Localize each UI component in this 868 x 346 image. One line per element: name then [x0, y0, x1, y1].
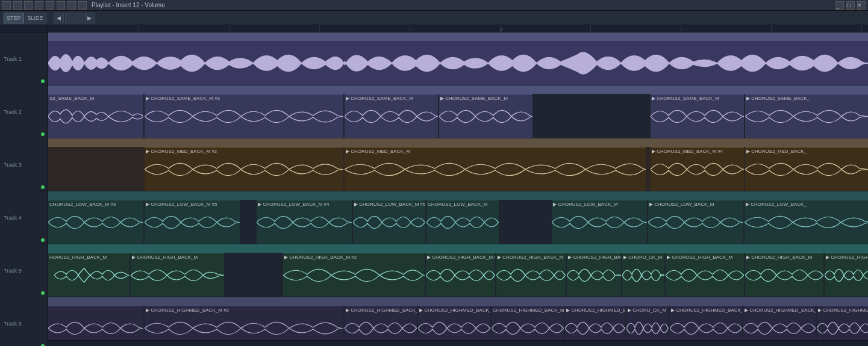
clip-track4-2[interactable]: ▶ CHORUS2_LOW_BACK_M #5 — [145, 200, 240, 244]
track2-header-bar — [48, 85, 868, 94]
clip-track4-6[interactable]: ▶ CHORUS2_LOW_BACK_M — [552, 200, 647, 244]
track-active-dot-5 — [41, 291, 45, 295]
track-row-4[interactable]: CHORUS2_LOW_BACK_M #3 ▶ CHORUS2_LOW_BACK… — [48, 191, 868, 244]
clip-label-track3-2: ▶ CHORUS2_MED_BACK_M — [346, 147, 410, 155]
minimize-button[interactable]: _ — [835, 1, 844, 10]
app-icon — [2, 1, 11, 10]
clip-label-track2-2: ▶ CHORUS2_SAME_BACK_M #3 — [146, 94, 220, 102]
clip-track6-7[interactable]: ▶ CHORU_CK_M — [626, 306, 669, 340]
clip-label-track2-4: ▶ CHORUS2_SAME_BACK_M — [440, 94, 508, 102]
clip-track2-3[interactable]: ▶ CHORUS2_SAME_BACK_M — [345, 94, 438, 138]
track-row-2[interactable]: S2_SAME_BACK_M ▶ CHORUS2_SAME_BACK_M #3 … — [48, 85, 868, 138]
waveform-t4-5 — [426, 208, 499, 236]
clip-track6-10[interactable]: ▶ CHORUS2_HIGHMED — [817, 306, 868, 340]
clip-track6-3[interactable]: ▶ CHORUS2_HIGHMED_BACK_M #4 — [345, 306, 417, 340]
nav-right-button[interactable]: ▶ — [84, 13, 95, 23]
clip-label-track6-5: CHORUS2_HIGHMED_BACK_M #5 — [493, 306, 564, 314]
clip-label-track6-9: ▶ CHORUS2_HIGHMED_BACK_M — [745, 306, 816, 314]
clip-track2-2[interactable]: ▶ CHORUS2_SAME_BACK_M #3 — [145, 94, 343, 138]
clip-label-track2-6: ▶ CHORUS2_SAME_BACK_ — [746, 94, 810, 102]
clip-track5-4[interactable]: ▶ CHORUS2_HIGH_BACK_M #3 — [426, 253, 495, 297]
clip-track2-1[interactable]: S2_SAME_BACK_M — [48, 94, 143, 138]
open-icon[interactable] — [24, 1, 33, 10]
waveform-t4-8 — [745, 208, 868, 236]
clip-track4-8[interactable]: ▶ CHORUS2_LOW_BACK_ — [745, 200, 868, 244]
clip-track6-1[interactable] — [48, 306, 143, 340]
clip-label-track4-4: ▶ CHORUS2_LOW_BACK_M #6 — [354, 200, 425, 208]
waveform-t2-4 — [439, 102, 532, 131]
waveform-t6-5 — [492, 314, 564, 340]
track-row-5[interactable]: HORUS2_HIGH_BACK_M ▶ CHORUS2_HIGH_BACK_M… — [48, 244, 868, 297]
waveform-t6-7 — [626, 314, 669, 340]
nav-left-button[interactable]: ◀ — [54, 13, 64, 23]
clip-track6-5[interactable]: CHORUS2_HIGHMED_BACK_M #5 — [492, 306, 564, 340]
clip-track6-4[interactable]: ▶ CHORUS2_HIGHMED_BACK_M #6 — [418, 306, 490, 340]
horizontal-scrollbar[interactable] — [48, 340, 868, 346]
waveform-t4-1 — [48, 208, 143, 236]
clip-track5-5[interactable]: ▶ CHORUS2_HIGH_BACK_M — [496, 253, 566, 297]
waveform-t2-1 — [48, 102, 143, 131]
tracks-area[interactable]: S2_SAME_BACK_M ▶ CHORUS2_SAME_BACK_M #3 … — [48, 32, 868, 340]
clip-track2-5[interactable]: ▶ CHORUS2_SAME_BACK_M — [651, 94, 744, 138]
waveform-t4-4 — [353, 208, 425, 236]
waveform-t4-2 — [145, 208, 240, 236]
new-icon[interactable] — [13, 1, 22, 10]
title-bar: Playlist - Insert 12 - Volume _ □ × — [0, 0, 868, 11]
extra-icon[interactable] — [67, 1, 76, 10]
slide-button[interactable]: SLIDE — [25, 13, 46, 23]
clip-track1-1[interactable] — [48, 41, 868, 85]
clip-track6-9[interactable]: ▶ CHORUS2_HIGHMED_BACK_M — [743, 306, 816, 340]
clip-track5-1[interactable]: HORUS2_HIGH_BACK_M — [48, 253, 130, 297]
clip-track5-3[interactable]: ▶ CHORUS2_HIGH_BACK_M #2 — [283, 253, 425, 297]
waveform-t6-8 — [670, 314, 742, 340]
redo-icon[interactable] — [57, 1, 65, 10]
clip-track4-5[interactable]: CHORUS2_LOW_BACK_M — [426, 200, 499, 244]
track-labels: Track 1 Track 2 Track 3 Track 4 Track 5 … — [0, 25, 48, 346]
track-label-3: Track 3 — [0, 138, 48, 191]
close-button[interactable]: × — [857, 1, 866, 10]
extra-icon2[interactable] — [78, 1, 87, 10]
waveform-t6-4 — [418, 314, 490, 340]
clip-label-track6-7: ▶ CHORU_CK_M — [628, 306, 666, 314]
maximize-button[interactable]: □ — [846, 1, 855, 10]
track-label-1: Track 1 — [0, 32, 48, 85]
clip-track3-1[interactable]: ▶ CHORUS2_MED_BACK_M #3 — [145, 147, 343, 191]
clip-track5-7[interactable]: ▶ CHORU_CK_M — [622, 253, 664, 297]
clip-track5-9[interactable]: ▶ CHORUS2_HIGH_BACK_M — [745, 253, 823, 297]
clip-track6-2[interactable]: ▶ CHORUS2_HIGHMED_BACK_M #3 — [145, 306, 343, 340]
clip-track6-8[interactable]: ▶ CHORUS2_HIGHMED_BACK_M — [670, 306, 742, 340]
save-icon[interactable] — [35, 1, 43, 10]
waveform-t5-1 — [48, 261, 130, 289]
track-row-6[interactable]: ▶ CHORUS2_HIGHMED_BACK_M #3 ▶ CHORUS2_HI… — [48, 297, 868, 340]
clip-track3-2[interactable]: ▶ CHORUS2_MED_BACK_M — [345, 147, 646, 191]
clip-label-track6-4: ▶ CHORUS2_HIGHMED_BACK_M #6 — [419, 306, 490, 314]
clip-track3-4[interactable]: ▶ CHORUS2_MED_BACK_ — [745, 147, 868, 191]
clip-track5-2[interactable]: ▶ CHORUS2_HIGH_BACK_M — [131, 253, 224, 297]
step-button[interactable]: STEP — [4, 13, 24, 23]
clip-track4-3[interactable]: ▶ CHORUS2_LOW_BACK_M #4 — [257, 200, 352, 244]
clip-track3-3[interactable]: ▶ CHORUS2_MED_BACK_M #4 — [651, 147, 744, 191]
track1-header-bar — [48, 32, 868, 41]
clip-track5-10[interactable]: ▶ CHORUS2_HIGH_BACK_M — [825, 253, 868, 297]
clip-track4-4[interactable]: ▶ CHORUS2_LOW_BACK_M #6 — [353, 200, 425, 244]
clip-track2-6[interactable]: ▶ CHORUS2_SAME_BACK_ — [745, 94, 868, 138]
clip-label-track5-3: ▶ CHORUS2_HIGH_BACK_M #2 — [284, 253, 357, 261]
clip-track5-6[interactable]: ▶ CHORUS2_HIGH_BACK_M — [567, 253, 621, 297]
clip-track5-8[interactable]: ▶ CHORUS2_HIGH_BACK_M — [666, 253, 744, 297]
waveform-t3-2 — [345, 155, 646, 184]
track-row-1[interactable] — [48, 32, 868, 85]
clip-track2-4[interactable]: ▶ CHORUS2_SAME_BACK_M — [439, 94, 532, 138]
clip-track4-7[interactable]: ▶ CHORUS2_LOW_BACK_M — [648, 200, 743, 244]
track-label-5: Track 5 — [0, 244, 48, 297]
waveform-t2-5 — [651, 102, 744, 131]
undo-icon[interactable] — [46, 1, 54, 10]
waveform-t4-7 — [648, 208, 743, 236]
clip-label-track3-3: ▶ CHORUS2_MED_BACK_M #4 — [652, 147, 723, 155]
waveform-t4-6 — [552, 208, 647, 236]
track5-header-bar — [48, 244, 868, 253]
clip-track4-1[interactable]: CHORUS2_LOW_BACK_M #3 — [48, 200, 143, 244]
clip-track6-6[interactable]: ▶ CHORUS2_HIGHMED_BACK_ — [565, 306, 625, 340]
clip-label-track5-1: HORUS2_HIGH_BACK_M — [49, 253, 107, 261]
clip-label-track4-5: CHORUS2_LOW_BACK_M — [428, 200, 487, 208]
track-row-3[interactable]: ▶ CHORUS2_MED_BACK_M #3 ▶ CHORUS2_MED_BA… — [48, 138, 868, 191]
